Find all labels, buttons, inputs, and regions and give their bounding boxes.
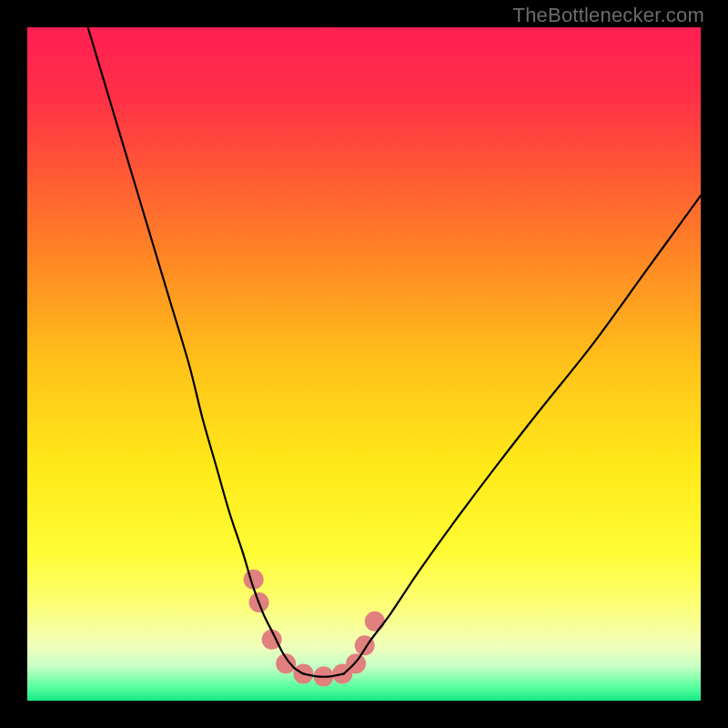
- chart-frame: TheBottlenecker.com: [0, 0, 728, 728]
- curve-layer: [27, 27, 701, 701]
- valley-markers: [244, 570, 385, 687]
- valley-marker: [365, 612, 385, 632]
- left-branch-curve: [88, 27, 304, 673]
- valley-marker: [346, 653, 366, 673]
- right-branch-curve: [344, 196, 701, 673]
- watermark-text: TheBottlenecker.com: [513, 4, 704, 27]
- plot-area: [27, 27, 701, 701]
